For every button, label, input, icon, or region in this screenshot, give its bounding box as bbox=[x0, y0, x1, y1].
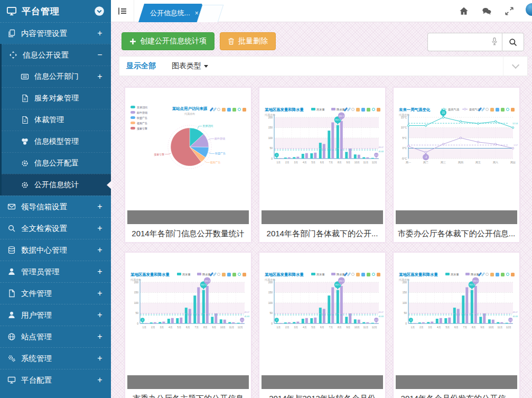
search-button[interactable] bbox=[502, 33, 524, 51]
card-grip-bar[interactable] bbox=[396, 375, 517, 389]
collapse-circle-icon[interactable] bbox=[94, 6, 105, 16]
sidebar-item-leader-mailbox-settings[interactable]: 领导信箱设置 + bbox=[0, 196, 111, 217]
restore-icon[interactable] bbox=[506, 108, 509, 111]
sidebar-item-info-disclosure-settings[interactable]: 信息公开设置 − bbox=[2, 44, 111, 66]
card-title[interactable]: 2014年各部门信息公开数量统计 bbox=[126, 224, 250, 242]
save-image-icon[interactable] bbox=[511, 273, 515, 276]
sidebar-item-genre-management[interactable]: 体裁管理 bbox=[2, 109, 111, 131]
svg-text:11月: 11月 bbox=[363, 161, 368, 164]
svg-text:纯属虚构: 纯属虚构 bbox=[399, 278, 409, 282]
magic-type-line-icon[interactable] bbox=[227, 273, 231, 276]
sidebar-item-service-object-management[interactable]: 服务对象管理 bbox=[2, 87, 111, 109]
magic-type-bar-icon[interactable] bbox=[232, 108, 236, 112]
sidebar-item-info-model-management[interactable]: 信息模型管理 bbox=[2, 131, 111, 152]
svg-text:50: 50 bbox=[269, 311, 273, 314]
mark-clear-icon[interactable] bbox=[486, 273, 489, 276]
sidebar-item-public-info-statistics[interactable]: 公开信息统计 bbox=[2, 174, 111, 196]
card-grip-bar[interactable] bbox=[127, 375, 249, 389]
show-all-link[interactable]: 显示全部 bbox=[126, 61, 156, 71]
chart-card[interactable]: 0501001502001月2月3月4月5月6月7月8月9月10月11月12月4… bbox=[259, 252, 386, 398]
sidebar-item-info-disclosure-config[interactable]: 信息公开配置 bbox=[2, 152, 111, 174]
home-icon[interactable] bbox=[459, 6, 469, 16]
sidebar-toggle-button[interactable] bbox=[111, 0, 134, 22]
sidebar-item-data-center-management[interactable]: 数据中心管理 + bbox=[0, 239, 111, 261]
magic-type-line-icon[interactable] bbox=[361, 273, 365, 276]
data-view-icon[interactable] bbox=[490, 273, 494, 276]
svg-text:2月: 2月 bbox=[285, 161, 289, 164]
tab-close-icon[interactable]: × bbox=[195, 10, 199, 17]
magic-type-line-icon[interactable] bbox=[361, 108, 365, 112]
mail-icon bbox=[7, 202, 16, 211]
svg-text:50: 50 bbox=[269, 146, 273, 150]
sidebar-item-fulltext-search-settings[interactable]: 全文检索设置 + bbox=[0, 217, 111, 239]
magic-type-bar-icon[interactable] bbox=[501, 273, 505, 276]
svg-text:纯属虚构: 纯属虚构 bbox=[265, 278, 275, 282]
save-image-icon[interactable] bbox=[377, 108, 380, 112]
copy-icon bbox=[7, 29, 16, 38]
svg-text:联盟广告: 联盟广告 bbox=[137, 116, 147, 120]
card-title[interactable]: 市委办公厅各体裁下的公开信息... bbox=[395, 224, 518, 242]
data-view-icon[interactable] bbox=[222, 273, 226, 276]
chart-card[interactable]: 0501001502001月2月3月4月5月6月7月8月9月10月11月12月4… bbox=[393, 252, 520, 398]
svg-text:150: 150 bbox=[134, 291, 139, 294]
data-view-icon[interactable] bbox=[356, 273, 360, 276]
magic-type-line-icon[interactable] bbox=[496, 273, 499, 276]
corner-ball-button[interactable] bbox=[526, 3, 532, 16]
chart-card[interactable]: 直接访问邮件营销联盟广告视频广告搜索引擎直接访问邮件营销联盟广告视频广告搜索引擎… bbox=[125, 87, 251, 243]
card-grip-bar[interactable] bbox=[262, 210, 383, 224]
svg-text:162.2: 162.2 bbox=[335, 118, 341, 121]
panel-collapse-button[interactable] bbox=[503, 57, 527, 76]
mark-clear-icon[interactable] bbox=[351, 273, 354, 276]
magic-type-bar-icon[interactable] bbox=[367, 273, 370, 276]
sidebar-item-platform-config[interactable]: 平台配置 + bbox=[0, 369, 111, 391]
expand-icon[interactable] bbox=[505, 6, 514, 16]
microphone-icon[interactable] bbox=[491, 37, 498, 47]
mark-clear-icon[interactable] bbox=[217, 273, 220, 276]
restore-icon[interactable] bbox=[372, 108, 375, 111]
mark-clear-icon[interactable] bbox=[351, 108, 354, 111]
card-title[interactable]: 2014年与2013年比较各个月份 bbox=[260, 389, 384, 398]
card-grip-bar[interactable] bbox=[127, 210, 249, 224]
card-title[interactable]: 2014年各个月份发布的公开信... bbox=[395, 389, 518, 398]
chart-card[interactable]: -5°C0°C5°C10°C15°C周一周二周三周四周五周六周日12.14151… bbox=[393, 87, 520, 243]
sidebar-item-site-management[interactable]: 站点管理 + bbox=[0, 326, 111, 347]
data-view-icon[interactable] bbox=[490, 108, 494, 112]
chart-type-dropdown[interactable]: 图表类型 bbox=[172, 61, 208, 71]
sidebar-item-admin-management[interactable]: 管理员管理 + bbox=[0, 261, 111, 282]
batch-delete-button[interactable]: 批量删除 bbox=[220, 32, 276, 50]
sidebar-item-content-management[interactable]: 内容管理设置 + bbox=[0, 22, 111, 44]
magic-type-line-icon[interactable] bbox=[227, 108, 231, 112]
card-title[interactable]: 市委办公厅各主题下的公开信息 bbox=[126, 389, 250, 398]
sidebar-item-file-management[interactable]: 文件管理 + bbox=[0, 282, 111, 304]
card-grip-bar[interactable] bbox=[396, 210, 517, 224]
chart-card[interactable]: 0501001502001月2月3月4月5月6月7月8月9月10月11月12月4… bbox=[259, 87, 386, 243]
mark-clear-icon[interactable] bbox=[486, 108, 489, 111]
save-image-icon[interactable] bbox=[242, 273, 246, 276]
magic-type-line-icon[interactable] bbox=[496, 108, 499, 112]
card-grip-bar[interactable] bbox=[262, 375, 383, 389]
save-image-icon[interactable] bbox=[242, 108, 246, 112]
magic-type-bar-icon[interactable] bbox=[367, 108, 370, 112]
sidebar-item-info-disclosure-dept[interactable]: 信息公开部门 + bbox=[2, 66, 111, 87]
chart-card[interactable]: 0501001502001月2月3月4月5月6月7月8月9月10月11月12月4… bbox=[125, 252, 251, 398]
restore-icon[interactable] bbox=[506, 273, 509, 276]
card-title[interactable]: 2014年各部门各体裁下的公开... bbox=[260, 224, 384, 242]
main-content: 创建公开信息统计项 批量删除 显示全部 图表类型 直接访问邮件营销联盟广告视频广… bbox=[111, 22, 532, 398]
magic-type-bar-icon[interactable] bbox=[501, 108, 505, 112]
data-view-icon[interactable] bbox=[222, 108, 226, 112]
save-image-icon[interactable] bbox=[511, 108, 515, 112]
data-view-icon[interactable] bbox=[356, 108, 360, 112]
sidebar-item-user-management[interactable]: 用户管理 + bbox=[0, 304, 111, 326]
svg-text:1.57: 1.57 bbox=[514, 144, 518, 146]
svg-text:15: 15 bbox=[442, 111, 445, 114]
magic-type-bar-icon[interactable] bbox=[232, 273, 236, 276]
plus-icon bbox=[129, 38, 136, 45]
sidebar-item-system-management[interactable]: 系统管理 + bbox=[0, 347, 111, 369]
restore-icon[interactable] bbox=[238, 273, 241, 276]
mark-clear-icon[interactable] bbox=[217, 108, 220, 111]
restore-icon[interactable] bbox=[238, 108, 241, 111]
restore-icon[interactable] bbox=[372, 273, 375, 276]
save-image-icon[interactable] bbox=[377, 273, 380, 276]
chat-icon[interactable] bbox=[482, 6, 491, 16]
create-statistics-item-button[interactable]: 创建公开信息统计项 bbox=[122, 32, 214, 50]
